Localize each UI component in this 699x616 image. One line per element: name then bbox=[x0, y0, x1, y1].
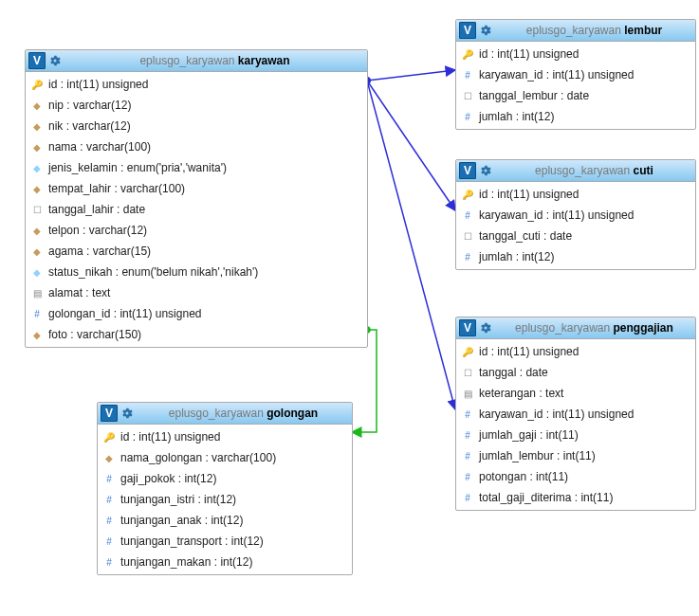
table-column[interactable]: 🔑id : int(11) unsigned bbox=[98, 426, 352, 447]
column-label: agama : varchar(15) bbox=[48, 245, 151, 258]
table-column[interactable]: ☐tanggal : date bbox=[456, 362, 695, 383]
table-menu-icon[interactable]: V bbox=[101, 405, 118, 422]
table-title: eplusgo_karyawan karyawan bbox=[65, 54, 364, 67]
table-column[interactable]: #tunjangan_makan : int(12) bbox=[98, 552, 352, 572]
table-lembur[interactable]: Veplusgo_karyawan lembur🔑id : int(11) un… bbox=[455, 19, 696, 130]
primary-key-icon: 🔑 bbox=[462, 347, 473, 357]
table-column[interactable]: 🔑id : int(11) unsigned bbox=[26, 74, 367, 95]
column-label: jenis_kelamin : enum('pria','wanita') bbox=[48, 161, 227, 174]
table-column[interactable]: ◆telpon : varchar(12) bbox=[26, 220, 367, 241]
gear-icon[interactable] bbox=[479, 164, 492, 177]
table-column[interactable]: #jumlah_lembur : int(11) bbox=[456, 445, 695, 466]
table-columns: 🔑id : int(11) unsigned◆nip : varchar(12)… bbox=[26, 72, 367, 347]
numeric-icon: # bbox=[462, 252, 473, 263]
table-column[interactable]: ◆nik : varchar(12) bbox=[26, 116, 367, 136]
table-name-label: penggajian bbox=[614, 321, 673, 335]
table-column[interactable]: #jumlah_gaji : int(11) bbox=[456, 425, 695, 445]
table-title: eplusgo_karyawan golongan bbox=[138, 407, 349, 420]
table-header[interactable]: Veplusgo_karyawan penggajian bbox=[456, 317, 695, 339]
schema-label: eplusgo_karyawan bbox=[515, 321, 610, 335]
date-icon: ☐ bbox=[462, 231, 473, 242]
numeric-icon: # bbox=[462, 451, 473, 462]
column-label: tunjangan_makan : int(12) bbox=[120, 555, 252, 569]
table-header[interactable]: Veplusgo_karyawan lembur bbox=[456, 20, 695, 42]
varchar-icon: ◆ bbox=[31, 184, 43, 194]
column-label: tanggal : date bbox=[479, 366, 548, 379]
numeric-icon: # bbox=[462, 409, 473, 420]
table-title: eplusgo_karyawan lembur bbox=[496, 24, 692, 37]
table-column[interactable]: ◆status_nikah : enum('belum nikah','nika… bbox=[26, 262, 367, 282]
column-label: foto : varchar(150) bbox=[48, 328, 141, 341]
primary-key-icon: 🔑 bbox=[31, 80, 43, 90]
table-columns: 🔑id : int(11) unsigned☐tanggal : date▤ke… bbox=[456, 339, 695, 510]
table-columns: 🔑id : int(11) unsigned#karyawan_id : int… bbox=[456, 42, 695, 129]
table-column[interactable]: ▤keterangan : text bbox=[456, 383, 695, 404]
table-karyawan[interactable]: Veplusgo_karyawan karyawan🔑id : int(11) … bbox=[25, 49, 368, 348]
gear-icon[interactable] bbox=[479, 321, 492, 335]
table-column[interactable]: #gaji_pokok : int(12) bbox=[98, 468, 352, 489]
column-label: nik : varchar(12) bbox=[48, 119, 131, 133]
table-cuti[interactable]: Veplusgo_karyawan cuti🔑id : int(11) unsi… bbox=[455, 159, 696, 270]
gear-icon[interactable] bbox=[48, 54, 62, 67]
table-header[interactable]: Veplusgo_karyawan cuti bbox=[456, 160, 695, 182]
column-label: karyawan_id : int(11) unsigned bbox=[479, 408, 634, 421]
table-column[interactable]: ☐tanggal_lembur : date bbox=[456, 85, 695, 106]
primary-key-icon: 🔑 bbox=[462, 49, 473, 60]
table-column[interactable]: #jumlah : int(12) bbox=[456, 106, 695, 127]
gear-icon[interactable] bbox=[479, 24, 492, 37]
table-column[interactable]: #tunjangan_istri : int(12) bbox=[98, 489, 352, 510]
column-label: alamat : text bbox=[48, 286, 110, 299]
table-columns: 🔑id : int(11) unsigned◆nama_golongan : v… bbox=[98, 425, 352, 574]
varchar-icon: ◆ bbox=[31, 142, 43, 153]
table-column[interactable]: #tunjangan_transport : int(12) bbox=[98, 531, 352, 552]
table-column[interactable]: ◆nip : varchar(12) bbox=[26, 95, 367, 116]
varchar-icon: ◆ bbox=[31, 121, 43, 132]
table-column[interactable]: #total_gaji_diterima : int(11) bbox=[456, 487, 695, 508]
numeric-icon: # bbox=[103, 516, 115, 526]
numeric-icon: # bbox=[31, 309, 43, 319]
table-column[interactable]: ◆nama_golongan : varchar(100) bbox=[98, 447, 352, 468]
schema-label: eplusgo_karyawan bbox=[526, 24, 621, 37]
column-label: id : int(11) unsigned bbox=[479, 345, 579, 358]
table-name-label: cuti bbox=[634, 164, 653, 177]
table-header[interactable]: Veplusgo_karyawan golongan bbox=[98, 403, 352, 425]
table-column[interactable]: ◆agama : varchar(15) bbox=[26, 241, 367, 262]
table-column[interactable]: ☐tanggal_lahir : date bbox=[26, 199, 367, 220]
table-column[interactable]: ◆tempat_lahir : varchar(100) bbox=[26, 178, 367, 199]
column-label: nama : varchar(100) bbox=[48, 140, 151, 154]
gear-icon[interactable] bbox=[120, 407, 134, 420]
numeric-icon: # bbox=[462, 472, 473, 482]
column-label: status_nikah : enum('belum nikah','nikah… bbox=[48, 265, 258, 279]
table-column[interactable]: ▤alamat : text bbox=[26, 282, 367, 303]
date-icon: ☐ bbox=[462, 91, 473, 101]
table-column[interactable]: #karyawan_id : int(11) unsigned bbox=[456, 404, 695, 425]
table-column[interactable]: #potongan : int(11) bbox=[456, 466, 695, 487]
table-column[interactable]: ◆nama : varchar(100) bbox=[26, 136, 367, 157]
column-label: tanggal_cuti : date bbox=[479, 229, 572, 243]
table-column[interactable]: #tunjangan_anak : int(12) bbox=[98, 510, 352, 531]
column-label: nip : varchar(12) bbox=[48, 99, 131, 112]
table-penggajian[interactable]: Veplusgo_karyawan penggajian🔑id : int(11… bbox=[455, 317, 696, 511]
table-column[interactable]: 🔑id : int(11) unsigned bbox=[456, 184, 695, 205]
table-column[interactable]: #jumlah : int(12) bbox=[456, 246, 695, 267]
table-column[interactable]: #golongan_id : int(11) unsigned bbox=[26, 303, 367, 324]
column-label: keterangan : text bbox=[479, 387, 563, 400]
table-column[interactable]: #karyawan_id : int(11) unsigned bbox=[456, 64, 695, 85]
table-header[interactable]: Veplusgo_karyawan karyawan bbox=[26, 50, 367, 72]
table-menu-icon[interactable]: V bbox=[28, 52, 46, 69]
table-menu-icon[interactable]: V bbox=[459, 162, 476, 179]
column-label: tunjangan_istri : int(12) bbox=[120, 493, 236, 506]
table-column[interactable]: ◆foto : varchar(150) bbox=[26, 324, 367, 345]
schema-label: eplusgo_karyawan bbox=[535, 164, 630, 177]
table-menu-icon[interactable]: V bbox=[459, 319, 476, 336]
table-column[interactable]: ◆jenis_kelamin : enum('pria','wanita') bbox=[26, 157, 367, 178]
column-label: golongan_id : int(11) unsigned bbox=[48, 307, 201, 320]
numeric-icon: # bbox=[462, 70, 473, 81]
column-label: tunjangan_transport : int(12) bbox=[120, 534, 264, 548]
table-column[interactable]: #karyawan_id : int(11) unsigned bbox=[456, 205, 695, 226]
table-menu-icon[interactable]: V bbox=[459, 22, 476, 39]
table-column[interactable]: ☐tanggal_cuti : date bbox=[456, 226, 695, 246]
table-column[interactable]: 🔑id : int(11) unsigned bbox=[456, 44, 695, 64]
table-column[interactable]: 🔑id : int(11) unsigned bbox=[456, 341, 695, 362]
table-golongan[interactable]: Veplusgo_karyawan golongan🔑id : int(11) … bbox=[97, 402, 353, 575]
